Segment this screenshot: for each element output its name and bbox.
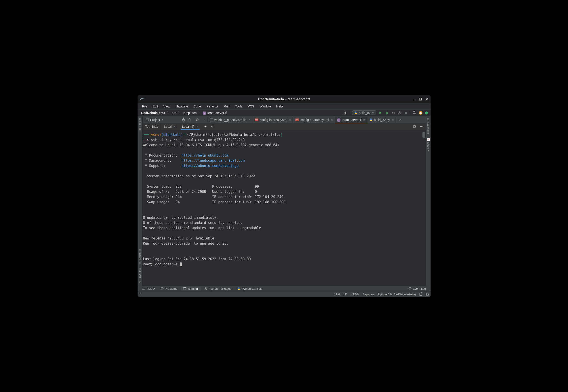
- status-indent[interactable]: 2 spaces: [362, 293, 374, 296]
- file-tab[interactable]: ✦team-server.tf✕: [335, 116, 367, 123]
- ide-shield-icon[interactable]: [425, 111, 429, 115]
- gutter-sciview[interactable]: 📈SciView: [427, 138, 430, 151]
- term-icon: [183, 287, 186, 290]
- file-tab[interactable]: webbug_getonly.profile✕: [208, 116, 253, 123]
- svg-rect-15: [420, 126, 422, 127]
- nav-toolbar: RedNebula-beta 〉 src 〉 templates 〉 ✦ tea…: [138, 109, 430, 116]
- terminal-hide-icon[interactable]: [419, 125, 423, 129]
- crumb-templates[interactable]: templates: [182, 111, 197, 115]
- svg-rect-24: [162, 289, 162, 290]
- menu-window[interactable]: Window: [257, 104, 273, 109]
- svg-rect-13: [202, 120, 204, 120]
- svg-point-14: [414, 126, 415, 127]
- minimize-button[interactable]: [413, 98, 416, 101]
- close-icon[interactable]: ✕: [392, 118, 394, 121]
- menu-view[interactable]: View: [161, 104, 172, 109]
- link-support[interactable]: https://ubuntu.com/advantage: [181, 164, 239, 168]
- crumb-src[interactable]: src: [171, 111, 177, 115]
- file-tab-label: team-server.tf: [342, 118, 361, 122]
- list-icon: [142, 287, 145, 290]
- menu-run[interactable]: Run: [222, 104, 232, 109]
- gutter-project[interactable]: ▦Project: [138, 118, 141, 131]
- search-icon[interactable]: [413, 111, 416, 115]
- menu-vcs[interactable]: VCS: [245, 104, 256, 109]
- maximize-button[interactable]: [419, 98, 422, 101]
- status-caret-pos[interactable]: 17:6: [334, 293, 340, 296]
- editor-tabbar: Project ▼ webbug_getonly.profile✕YMLconf…: [143, 116, 426, 123]
- run-configuration-selector[interactable]: build_c2 ▼: [352, 110, 376, 115]
- close-button[interactable]: [425, 98, 428, 101]
- svg-rect-17: [142, 289, 143, 289]
- terminal-tab[interactable]: Local✕: [161, 123, 179, 130]
- terminal-gear-icon[interactable]: [413, 125, 416, 129]
- readonly-lock-icon[interactable]: [419, 293, 422, 295]
- gutter-structure[interactable]: ⌬Structure: [138, 249, 141, 264]
- chevron-down-icon: ▼: [161, 118, 164, 121]
- menu-tools[interactable]: Tools: [233, 104, 245, 109]
- user-menu-icon[interactable]: [343, 111, 347, 115]
- crumb-root[interactable]: RedNebula-beta: [141, 111, 166, 115]
- debug-button[interactable]: [385, 111, 389, 115]
- link-doc[interactable]: https://help.ubuntu.com: [181, 154, 228, 157]
- menu-help[interactable]: Help: [274, 104, 285, 109]
- file-tab-label: config-internal.yaml: [260, 118, 287, 122]
- terminal-tabbar: Terminal: Local✕Local (2)✕ ＋: [143, 123, 426, 130]
- menu-code[interactable]: Code: [191, 104, 203, 109]
- menu-file[interactable]: File: [140, 104, 150, 109]
- file-tab[interactable]: YMLconfig-operator.yaml✕: [293, 116, 335, 123]
- crumb-file[interactable]: team-server.tf: [207, 111, 227, 115]
- link-mgmt[interactable]: https://landscape.canonical.com: [181, 159, 245, 163]
- expand-all-icon[interactable]: [187, 118, 192, 122]
- gutter-database[interactable]: 🗄Database: [427, 118, 430, 134]
- close-icon[interactable]: ✕: [173, 125, 176, 128]
- bottom-tool-problems[interactable]: Problems: [158, 287, 180, 291]
- status-toolwindows-icon[interactable]: [139, 293, 142, 296]
- status-interpreter[interactable]: Python 3.9 (RedNebula-beta): [378, 293, 416, 296]
- profile-button[interactable]: [397, 111, 402, 115]
- gear-icon[interactable]: [195, 118, 199, 122]
- warn-icon: [161, 287, 164, 290]
- status-encoding[interactable]: UTF-8: [351, 293, 359, 296]
- project-tool-button[interactable]: Project ▼: [143, 116, 166, 123]
- hide-icon[interactable]: [201, 118, 205, 122]
- status-line-ending[interactable]: LF: [343, 293, 347, 296]
- svg-rect-0: [413, 100, 415, 100]
- close-icon[interactable]: ✕: [196, 125, 198, 128]
- status-sync-icon[interactable]: [426, 293, 429, 296]
- run-coverage-button[interactable]: [391, 111, 395, 115]
- terminal-tab-menu[interactable]: [209, 123, 215, 130]
- file-tab[interactable]: YMLconfig-internal.yaml✕: [253, 116, 293, 123]
- run-button[interactable]: [378, 111, 383, 115]
- close-icon[interactable]: ✕: [331, 118, 333, 121]
- gutter-favorites[interactable]: ★Favorites: [138, 268, 141, 283]
- terminal-tab[interactable]: Local (2)✕: [179, 123, 201, 130]
- close-icon[interactable]: ✕: [289, 118, 291, 121]
- terminal-scrollbar[interactable]: [422, 132, 425, 138]
- bottom-tool-python-packages[interactable]: Python Packages: [202, 287, 234, 291]
- stop-button[interactable]: [404, 111, 408, 115]
- menu-navigate[interactable]: Navigate: [173, 104, 190, 109]
- event-log-button[interactable]: Event Log: [406, 287, 428, 291]
- python-icon: [354, 111, 357, 114]
- svg-rect-25: [183, 288, 186, 290]
- chevron-right-icon: 〉: [178, 111, 181, 115]
- terminal-tool-label: Terminal:: [143, 123, 161, 130]
- locate-icon[interactable]: [181, 118, 186, 122]
- close-icon[interactable]: ✕: [363, 118, 365, 121]
- svg-rect-16: [142, 288, 143, 288]
- close-icon[interactable]: ✕: [248, 118, 250, 121]
- svg-rect-6: [405, 112, 407, 114]
- terminal-output[interactable]: ┌──(venv)(d3d㉿kali)-[~/PycharmProjects/R…: [143, 130, 426, 286]
- ide-avatar-icon[interactable]: ⬤: [419, 111, 422, 115]
- bottom-tool-python-console[interactable]: Python Console: [235, 287, 265, 291]
- menu-refactor[interactable]: Refactor: [204, 104, 221, 109]
- tabs-overflow-icon[interactable]: [396, 116, 403, 123]
- bottom-tool-terminal[interactable]: Terminal: [181, 287, 201, 291]
- svg-rect-19: [143, 288, 145, 288]
- bottom-tool-todo[interactable]: TODO: [140, 287, 157, 291]
- terminal-add-tab[interactable]: ＋: [201, 123, 209, 130]
- menu-edit[interactable]: Edit: [150, 104, 160, 109]
- svg-point-2: [345, 112, 346, 113]
- file-tab[interactable]: build_c2.py✕: [367, 116, 396, 123]
- text-file-icon: [210, 118, 213, 121]
